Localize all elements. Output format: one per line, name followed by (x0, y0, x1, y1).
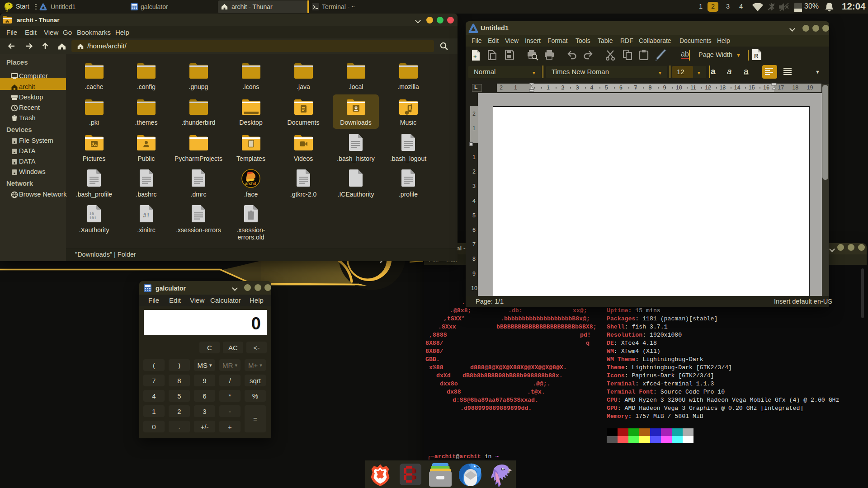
svg-text:R: R (754, 52, 759, 59)
